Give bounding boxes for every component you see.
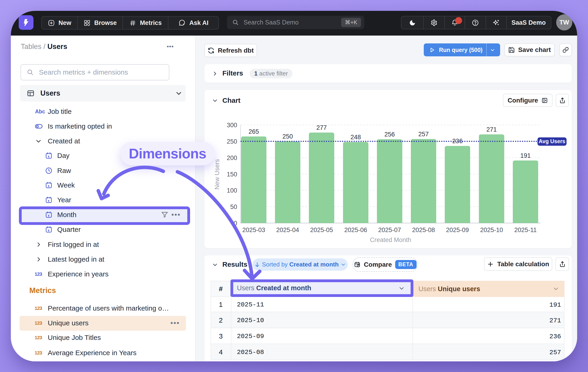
svg-text:100: 100 [227, 187, 237, 194]
svg-text:191: 191 [520, 152, 531, 159]
svg-text:2025-03: 2025-03 [242, 227, 265, 233]
svg-text:2025-10: 2025-10 [480, 227, 503, 233]
svg-text:250: 250 [227, 138, 237, 145]
svg-text:2025-06: 2025-06 [344, 227, 367, 233]
svg-text:150: 150 [227, 171, 237, 178]
svg-text:256: 256 [384, 131, 395, 138]
svg-text:265: 265 [248, 128, 259, 135]
svg-text:2025-04: 2025-04 [276, 227, 299, 233]
svg-text:250: 250 [282, 133, 293, 140]
svg-text:257: 257 [418, 131, 429, 138]
svg-text:2025-07: 2025-07 [378, 227, 401, 233]
svg-text:New Users: New Users [214, 159, 220, 190]
svg-text:Avg Users: Avg Users [539, 138, 565, 144]
svg-text:2025-05: 2025-05 [310, 227, 333, 233]
svg-text:Created Month: Created Month [370, 236, 411, 243]
svg-text:2025-11: 2025-11 [514, 227, 536, 233]
svg-text:248: 248 [350, 134, 361, 141]
svg-text:277: 277 [316, 124, 327, 131]
svg-text:200: 200 [227, 154, 237, 161]
svg-text:0: 0 [234, 220, 237, 227]
svg-text:300: 300 [227, 122, 237, 129]
svg-text:271: 271 [486, 126, 497, 133]
svg-text:2025-08: 2025-08 [412, 227, 435, 233]
svg-text:2025-09: 2025-09 [446, 227, 469, 233]
svg-text:50: 50 [230, 203, 237, 210]
